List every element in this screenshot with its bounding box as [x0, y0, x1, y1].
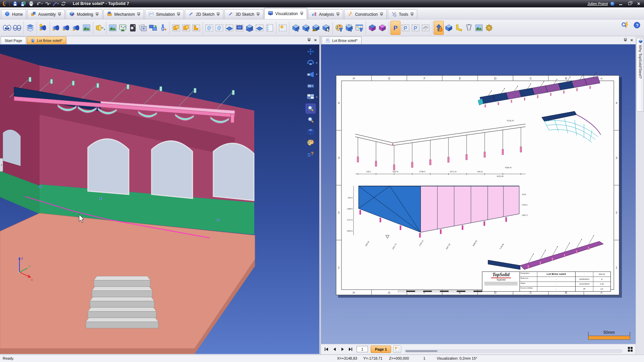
print-icon[interactable]	[27, 0, 35, 7]
section-cube-2-icon[interactable]	[377, 21, 387, 35]
tab-dropdown-icon[interactable]	[256, 12, 260, 17]
page-tab[interactable]: Page 1	[371, 346, 391, 353]
close-document-icon[interactable]: ×	[630, 38, 633, 42]
part-state-4-icon[interactable]	[421, 21, 431, 35]
filter-cube-1-icon[interactable]	[291, 21, 301, 35]
tab-start-page[interactable]: Start Page	[1, 37, 26, 44]
collapsed-left-panel-tab[interactable]: ◂	[0, 158, 3, 172]
new-light-icon[interactable]	[278, 21, 288, 35]
ribbon-tab-tools[interactable]: Tools	[388, 9, 417, 19]
tab-dropdown-icon[interactable]	[216, 12, 220, 17]
ribbon-tab-3d-sketch[interactable]: 3D Sketch	[224, 9, 263, 19]
scrollbar-thumb[interactable]	[406, 350, 437, 352]
tab-dropdown-icon[interactable]	[300, 11, 304, 16]
side-panel-tab[interactable]: Why TopSolid'Steel?	[637, 38, 644, 112]
camera-icon[interactable]	[306, 81, 315, 90]
tab-menu-icon[interactable]	[624, 38, 627, 42]
zoom-window-icon[interactable]	[306, 104, 315, 113]
visual-help-icon[interactable]: ?	[306, 149, 315, 159]
ghost-screen-icon[interactable]	[234, 21, 245, 35]
show-entities-icon[interactable]	[2, 21, 12, 35]
tab-dropdown-icon[interactable]	[177, 12, 180, 17]
viewport-layout-icon[interactable]: ▾	[306, 93, 315, 102]
close-document-icon[interactable]: ×	[314, 38, 317, 42]
measure-icon[interactable]	[464, 21, 474, 35]
first-page-button[interactable]	[323, 346, 330, 352]
tab-menu-icon[interactable]	[307, 38, 311, 42]
states-list-icon[interactable]	[265, 21, 275, 35]
ribbon-tab-mechanism[interactable]: Mechanism	[103, 9, 144, 19]
close-button[interactable]: ×	[635, 1, 642, 6]
restore-button[interactable]	[626, 1, 633, 6]
edit-icon[interactable]: ▾	[51, 0, 59, 7]
background-image-icon[interactable]	[108, 21, 118, 35]
ribbon-tab-modeling[interactable]: Modeling	[66, 9, 102, 19]
clipping-box-icon[interactable]	[306, 127, 315, 136]
image-frame-icon[interactable]	[474, 21, 484, 35]
user-avatar[interactable]	[610, 1, 615, 6]
pan-icon[interactable]	[306, 47, 315, 56]
pane-grid-icon[interactable]	[628, 347, 633, 352]
filter-cube-hazard-icon[interactable]	[311, 21, 321, 35]
section-cube-1-icon[interactable]	[367, 21, 377, 35]
help-icon[interactable]: ?	[632, 20, 642, 30]
page-number-input[interactable]: 1	[357, 346, 368, 352]
ghost-cube-icon[interactable]	[245, 21, 255, 35]
ribbon-tab-simulation[interactable]: Simulation	[145, 9, 184, 19]
drawing-viewport[interactable]: HHGGFFEEDDCCBBAA44332211	[321, 45, 636, 344]
last-page-button[interactable]	[347, 346, 354, 352]
minimize-button[interactable]	[617, 1, 624, 6]
projector-icon[interactable]: ▾	[95, 21, 105, 35]
ribbon-tab-visualization[interactable]: Visualization	[264, 8, 307, 19]
layers-icon[interactable]	[25, 21, 35, 35]
environment-image-icon[interactable]	[82, 21, 92, 35]
tab-dropdown-icon[interactable]	[410, 12, 414, 17]
new-page-button[interactable]	[393, 346, 401, 353]
spot-light-icon[interactable]	[51, 21, 61, 35]
walkthrough-icon[interactable]	[158, 21, 168, 35]
highlight-set-1-icon[interactable]	[171, 21, 181, 35]
point-light-icon[interactable]	[71, 21, 82, 35]
tab-dropdown-icon[interactable]	[380, 12, 383, 17]
tab-drawing-document[interactable]: Lot Brise soleil*	[322, 37, 362, 44]
ribbon-tab-home[interactable]: Home	[1, 9, 26, 19]
table-filter-icon[interactable]	[354, 21, 364, 35]
filter-cube-select-icon[interactable]	[321, 21, 331, 35]
hide-entities-icon[interactable]	[12, 21, 22, 35]
topsolid-logo-icon[interactable]	[1, 0, 8, 7]
ribbon-tab-2d-sketch[interactable]: 2D Sketch	[185, 9, 223, 19]
ribbon-tab-construction[interactable]: Construction	[344, 9, 387, 19]
snapshot-icon[interactable]	[138, 21, 148, 35]
realistic-render-icon[interactable]	[38, 21, 48, 35]
bent-part-icon[interactable]	[454, 21, 464, 35]
user-name[interactable]: Julien Poirot	[587, 2, 608, 6]
tab-dropdown-icon[interactable]	[336, 12, 340, 17]
tab-lot-brise-soleil-[interactable]: Lot Brise soleil*	[27, 37, 66, 44]
ribbon-tab-analysis[interactable]: Analysis	[308, 9, 343, 19]
tab-dropdown-icon[interactable]	[95, 12, 99, 17]
directional-light-icon[interactable]	[61, 21, 71, 35]
gear-icon[interactable]	[484, 21, 494, 35]
ghost-plane-icon[interactable]	[224, 21, 234, 35]
next-page-button[interactable]	[339, 346, 346, 352]
ghost-mode-2-icon[interactable]	[214, 21, 224, 35]
redo-icon[interactable]: ▾	[43, 0, 51, 7]
tab-dropdown-icon[interactable]	[58, 12, 61, 17]
filter-cube-2-icon[interactable]	[301, 21, 311, 35]
save-all-icon[interactable]	[19, 0, 27, 7]
highlight-set-2-icon[interactable]	[181, 21, 191, 35]
render-style-icon[interactable]	[306, 138, 315, 147]
lock-update-icon[interactable]	[434, 21, 444, 35]
part-state-1-icon[interactable]: P	[390, 21, 400, 35]
part-state-3-icon[interactable]: P	[411, 21, 421, 35]
document-filter-icon[interactable]	[344, 21, 354, 35]
save-icon[interactable]	[11, 0, 19, 7]
ghost-plane-2-icon[interactable]	[255, 21, 265, 35]
bounding-box-icon[interactable]	[444, 21, 454, 35]
horizontal-scrollbar[interactable]	[405, 350, 622, 353]
ghost-mode-1-icon[interactable]	[204, 21, 214, 35]
orbit-icon[interactable]: ▾	[306, 58, 315, 68]
view-direction-icon[interactable]: ▾	[306, 70, 315, 79]
part-state-2-icon[interactable]: P	[400, 21, 411, 35]
zoom-icon[interactable]	[306, 115, 315, 125]
